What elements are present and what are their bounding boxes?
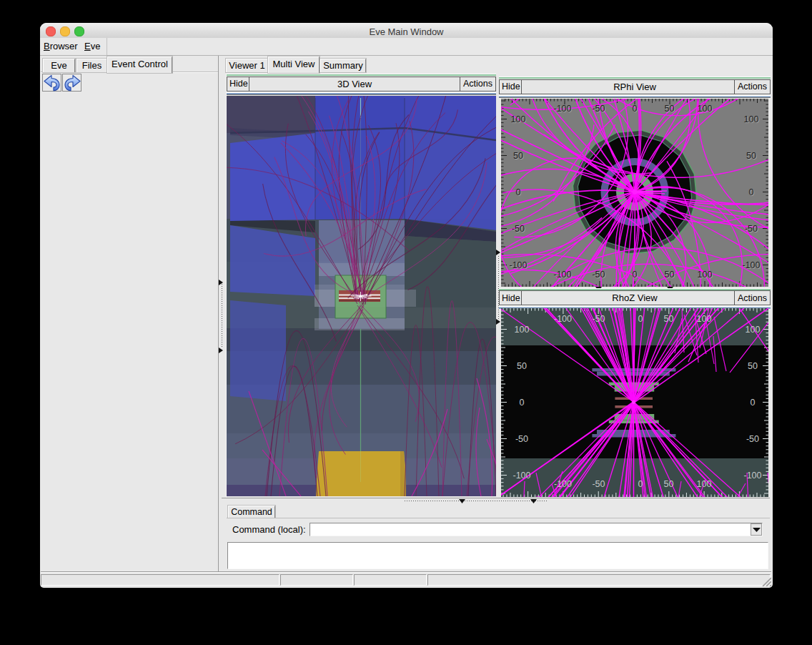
svg-text:50: 50	[746, 151, 756, 161]
svg-text:100: 100	[698, 270, 713, 280]
svg-text:50: 50	[664, 314, 674, 324]
svg-text:100: 100	[511, 114, 526, 124]
svg-text:-100: -100	[554, 479, 572, 489]
svg-text:0: 0	[751, 398, 756, 408]
svg-text:0: 0	[520, 398, 525, 408]
svg-text:-50: -50	[592, 270, 605, 280]
svg-text:-100: -100	[553, 270, 571, 280]
svg-text:0: 0	[633, 270, 638, 280]
svg-text:-50: -50	[592, 479, 605, 489]
svg-text:50: 50	[517, 361, 527, 371]
svg-text:-100: -100	[743, 471, 761, 481]
svg-text:50: 50	[665, 270, 675, 280]
svg-text:50: 50	[513, 151, 523, 161]
svg-text:-50: -50	[512, 224, 525, 234]
svg-text:100: 100	[515, 325, 530, 335]
svg-text:50: 50	[664, 479, 674, 489]
svg-text:100: 100	[746, 325, 761, 335]
svg-text:-50: -50	[745, 224, 758, 234]
svg-text:-50: -50	[515, 434, 528, 444]
svg-text:50: 50	[748, 361, 758, 371]
svg-text:50: 50	[665, 104, 675, 114]
svg-text:0: 0	[638, 314, 643, 324]
svg-text:100: 100	[744, 114, 759, 124]
svg-text:-100: -100	[742, 260, 760, 270]
svg-text:100: 100	[697, 314, 712, 324]
svg-text:100: 100	[698, 104, 713, 114]
svg-text:-100: -100	[509, 260, 527, 270]
svg-text:0: 0	[749, 187, 754, 197]
svg-text:-100: -100	[554, 314, 572, 324]
svg-text:-50: -50	[592, 104, 605, 114]
svg-text:0: 0	[516, 187, 521, 197]
svg-text:-50: -50	[592, 314, 605, 324]
svg-text:-50: -50	[746, 434, 759, 444]
svg-text:0: 0	[633, 104, 638, 114]
svg-text:0: 0	[638, 479, 643, 489]
svg-text:-100: -100	[513, 471, 530, 481]
svg-text:-100: -100	[553, 104, 571, 114]
svg-text:100: 100	[697, 479, 712, 489]
